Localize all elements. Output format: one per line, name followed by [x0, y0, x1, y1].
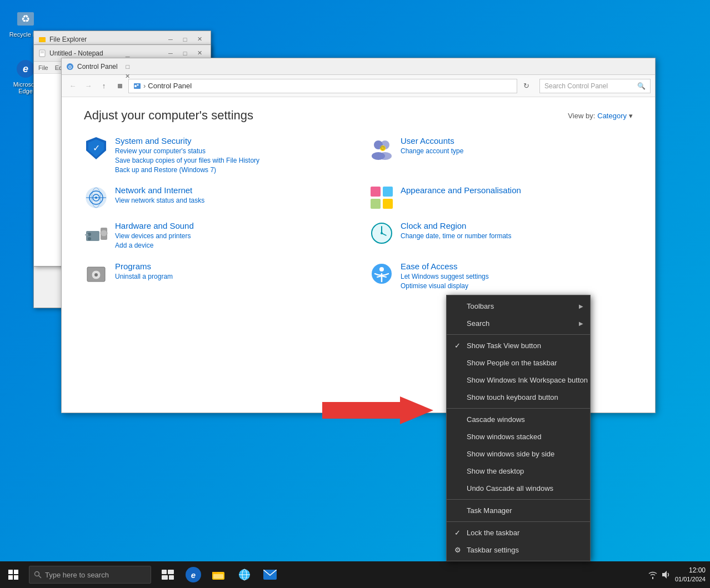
system-security-link2[interactable]: Save backup copies of your files with Fi…: [115, 156, 259, 165]
svg-rect-35: [85, 234, 88, 235]
cp-item-appearance[interactable]: Appearance and Personalisation: [369, 185, 633, 210]
file-explorer-taskbar-icon[interactable]: [207, 561, 231, 588]
ctx-show-ink[interactable]: Show Windows Ink Workspace button: [447, 371, 590, 389]
refresh-btn[interactable]: ↻: [519, 79, 533, 93]
svg-rect-59: [162, 575, 168, 580]
ctx-search[interactable]: Search: [447, 315, 590, 332]
control-panel-title: Control Panel: [77, 63, 118, 71]
system-security-link3[interactable]: Back up and Restore (Windows 7): [115, 165, 259, 175]
ctx-divider-3: [447, 499, 590, 500]
search-placeholder: Search Control Panel: [544, 82, 608, 90]
user-accounts-link1[interactable]: Change account type: [401, 147, 463, 156]
system-security-link1[interactable]: Review your computer's status: [115, 147, 259, 156]
svg-marker-50: [322, 396, 433, 424]
notepad-menu-file[interactable]: File: [38, 64, 48, 71]
svg-point-12: [137, 84, 139, 86]
programs-link1[interactable]: Uninstall a program: [115, 272, 173, 282]
hardware-link2[interactable]: Add a device: [115, 241, 194, 250]
programs-text: Programs Uninstall a program: [115, 262, 173, 282]
cp-heading: Adjust your computer's settings: [84, 108, 253, 123]
start-button[interactable]: [0, 561, 27, 588]
svg-rect-4: [39, 50, 45, 57]
mail-taskbar-icon[interactable]: [258, 561, 282, 588]
maximize-btn[interactable]: □: [178, 34, 192, 44]
appearance-text: Appearance and Personalisation: [401, 185, 521, 196]
ctx-show-people[interactable]: Show People on the taskbar: [447, 354, 590, 371]
cp-item-clock[interactable]: Clock and Region Change date, time or nu…: [369, 221, 633, 250]
ctx-side-by-side[interactable]: Show windows side by side: [447, 445, 590, 463]
svg-text:🛡: 🛡: [381, 146, 385, 151]
nav-forward[interactable]: →: [82, 79, 95, 93]
hardware-title[interactable]: Hardware and Sound: [115, 221, 194, 230]
ctx-show-touch[interactable]: Show touch keyboard button: [447, 389, 590, 406]
network-link1[interactable]: View network status and tasks: [115, 196, 204, 205]
ease-link1[interactable]: Let Windows suggest settings: [401, 272, 489, 282]
svg-rect-52: [14, 570, 18, 574]
ctx-divider-1: [447, 334, 590, 335]
cp-grid: ✓ System and Security Review your comput…: [84, 136, 633, 291]
view-by-label: View by:: [568, 112, 595, 120]
notepad-close[interactable]: ✕: [193, 48, 206, 58]
network-tray-icon[interactable]: [648, 570, 657, 579]
close-btn[interactable]: ✕: [193, 34, 206, 44]
ease-title[interactable]: Ease of Access: [401, 262, 489, 271]
appearance-title[interactable]: Appearance and Personalisation: [401, 185, 521, 195]
cp-item-ease[interactable]: Ease of Access Let Windows suggest setti…: [369, 262, 633, 291]
control-panel-title-bar[interactable]: ⚙ Control Panel ─ □ ✕: [62, 58, 655, 75]
globe-taskbar-icon[interactable]: [232, 561, 257, 588]
network-icon: [84, 185, 108, 210]
search-control-panel[interactable]: Search Control Panel 🔍: [539, 79, 651, 93]
ease-link2[interactable]: Optimise visual display: [401, 282, 489, 291]
ctx-task-manager[interactable]: Task Manager: [447, 502, 590, 519]
svg-rect-58: [168, 570, 174, 574]
taskbar-search[interactable]: Type here to search: [29, 566, 151, 584]
nav-back[interactable]: ←: [66, 79, 79, 93]
volume-tray-icon[interactable]: [662, 570, 671, 579]
recycle-icon: ♻: [14, 8, 37, 30]
ctx-toolbars[interactable]: Toolbars: [447, 298, 590, 315]
desktop: ♻ Recycle B... e Microsoft Edge File Exp…: [0, 0, 710, 588]
hardware-text: Hardware and Sound View devices and prin…: [115, 221, 194, 250]
breadcrumb[interactable]: › Control Panel: [128, 79, 517, 93]
cp-item-programs[interactable]: Programs Uninstall a program: [84, 262, 347, 291]
network-title[interactable]: Network and Internet: [115, 185, 204, 195]
hardware-link1[interactable]: View devices and printers: [115, 232, 194, 241]
edge-taskbar-icon[interactable]: e: [181, 561, 206, 588]
ctx-show-desktop[interactable]: Show the desktop: [447, 463, 590, 480]
system-security-text: System and Security Review your computer…: [115, 136, 259, 174]
minimize-btn[interactable]: ─: [164, 34, 177, 44]
user-accounts-text: User Accounts Change account type: [401, 136, 463, 156]
nav-recent[interactable]: [113, 79, 126, 93]
ctx-lock-taskbar[interactable]: Lock the taskbar: [447, 524, 590, 541]
cp-minimize[interactable]: ─: [121, 52, 134, 62]
task-view-button[interactable]: [156, 561, 180, 588]
file-explorer-controls: ─ □ ✕: [164, 34, 206, 44]
ctx-divider-2: [447, 408, 590, 409]
view-by[interactable]: View by: Category ▾: [568, 112, 633, 120]
view-by-value[interactable]: Category: [597, 112, 627, 120]
notepad-minimize[interactable]: ─: [164, 48, 177, 58]
ease-text: Ease of Access Let Windows suggest setti…: [401, 262, 489, 291]
ctx-taskbar-settings[interactable]: Taskbar settings: [447, 541, 590, 559]
programs-icon: [84, 262, 108, 286]
ctx-cascade[interactable]: Cascade windows: [447, 411, 590, 428]
clock[interactable]: 12:00 01/01/2024: [675, 566, 706, 583]
ctx-stacked[interactable]: Show windows stacked: [447, 428, 590, 445]
cp-maximize[interactable]: □: [121, 62, 134, 72]
user-accounts-title[interactable]: User Accounts: [401, 136, 463, 145]
cp-content: Adjust your computer's settings View by:…: [62, 97, 655, 302]
notepad-maximize[interactable]: □: [178, 48, 192, 58]
programs-title[interactable]: Programs: [115, 262, 173, 271]
svg-rect-53: [8, 575, 13, 580]
cp-item-system-security[interactable]: ✓ System and Security Review your comput…: [84, 136, 347, 174]
cp-item-user-accounts[interactable]: 🛡 User Accounts Change account type: [369, 136, 633, 174]
cp-item-hardware[interactable]: Hardware and Sound View devices and prin…: [84, 221, 347, 250]
ctx-undo-cascade[interactable]: Undo Cascade all windows: [447, 480, 590, 497]
nav-up[interactable]: ↑: [97, 79, 111, 93]
ctx-show-task-view[interactable]: Show Task View button: [447, 337, 590, 354]
clock-title[interactable]: Clock and Region: [401, 221, 511, 230]
system-security-title[interactable]: System and Security: [115, 136, 259, 145]
clock-link1[interactable]: Change date, time or number formats: [401, 232, 511, 241]
taskbar: Type here to search e: [0, 561, 710, 588]
cp-item-network[interactable]: Network and Internet View network status…: [84, 185, 347, 210]
